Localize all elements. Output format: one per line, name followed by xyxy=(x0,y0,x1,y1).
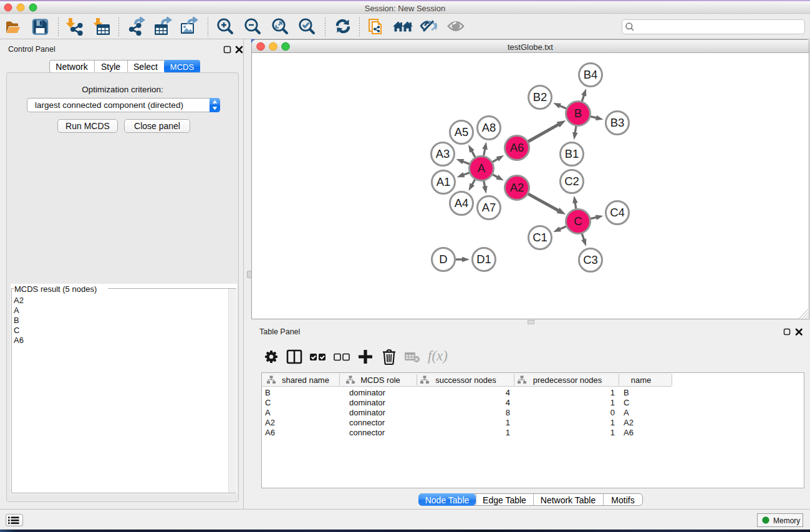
svg-text:A8: A8 xyxy=(482,121,496,134)
svg-text:B1: B1 xyxy=(565,147,579,160)
svg-text:A7: A7 xyxy=(482,201,496,214)
svg-text:B: B xyxy=(574,107,582,120)
svg-text:C2: C2 xyxy=(564,175,579,188)
svg-text:A3: A3 xyxy=(436,147,450,160)
svg-text:A5: A5 xyxy=(455,125,469,138)
svg-text:C1: C1 xyxy=(533,231,547,244)
svg-text:B3: B3 xyxy=(610,116,625,129)
svg-text:A4: A4 xyxy=(455,196,469,210)
svg-text:C4: C4 xyxy=(610,206,625,219)
svg-text:A: A xyxy=(478,162,486,175)
svg-text:A2: A2 xyxy=(510,181,524,194)
svg-text:B4: B4 xyxy=(584,68,598,81)
svg-text:B2: B2 xyxy=(533,90,547,104)
svg-text:C: C xyxy=(574,215,582,228)
svg-text:A6: A6 xyxy=(510,141,524,154)
svg-text:D: D xyxy=(439,253,447,266)
svg-text:A1: A1 xyxy=(436,175,451,188)
svg-text:D1: D1 xyxy=(476,253,491,266)
svg-text:C3: C3 xyxy=(583,253,598,266)
